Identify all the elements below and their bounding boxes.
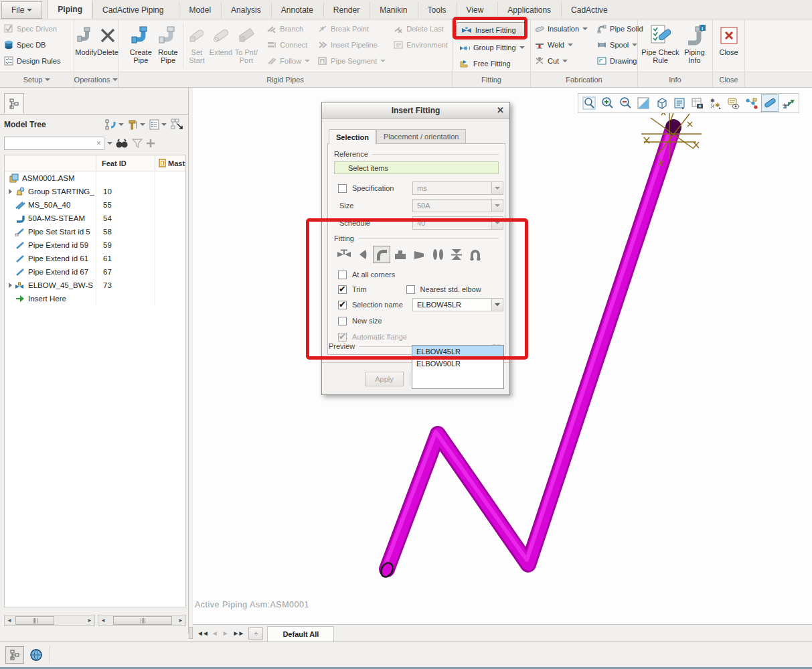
close-button[interactable]: Close — [716, 21, 742, 72]
browser-button[interactable] — [27, 646, 46, 664]
piping-info-button[interactable]: i Piping Info — [680, 21, 710, 72]
dialog-title-bar[interactable]: Insert Fitting ✕ — [322, 102, 509, 119]
delete-button[interactable]: Delete — [98, 21, 118, 72]
model-tree-panel-tab[interactable] — [4, 93, 24, 114]
tree-settings-button[interactable] — [128, 119, 145, 130]
tree-horizontal-scrollbar[interactable]: ◄ ► — [4, 615, 95, 626]
specification-dropdown[interactable]: ms — [412, 181, 503, 195]
annotation-display-button[interactable] — [725, 94, 742, 112]
branch-button[interactable]: Branch — [263, 21, 314, 37]
spec-db-button[interactable]: Spec DB — [0, 37, 74, 53]
to-pnt-port-button[interactable]: To Pnt/ Port — [233, 21, 259, 72]
fitting-type-elbow[interactable] — [373, 246, 390, 263]
first-view-icon[interactable]: ◄◄ — [197, 629, 208, 637]
toggle-model-tree-button[interactable] — [5, 646, 24, 664]
fitting-type-union[interactable] — [448, 246, 465, 263]
apply-button[interactable]: Apply — [365, 372, 404, 386]
new-size-checkbox[interactable] — [338, 317, 347, 325]
mast-column-header[interactable]: Mast — [155, 155, 185, 171]
tree-row-set-start[interactable]: Pipe Set Start id 5 58 — [5, 225, 185, 238]
named-views-button[interactable] — [653, 94, 670, 112]
size-dropdown[interactable]: 50A — [412, 199, 503, 212]
connect-button[interactable]: Connect — [263, 37, 314, 53]
spec-driven-button[interactable]: Spec Driven — [0, 21, 74, 37]
design-rules-button[interactable]: Design Rules — [0, 53, 74, 69]
spin-center-button[interactable] — [743, 94, 760, 112]
tab-manikin[interactable]: Manikin — [370, 1, 417, 19]
insulation-button[interactable]: Insulation — [531, 21, 592, 37]
insert-pipeline-button[interactable]: Insert Pipeline — [314, 37, 390, 53]
tree-row-extend-61[interactable]: Pipe Extend id 61 61 — [5, 252, 185, 265]
expand-arrow-icon[interactable] — [9, 283, 12, 288]
tree-row-extend-59[interactable]: Pipe Extend id 59 59 — [5, 238, 185, 252]
zoom-out-button[interactable] — [617, 94, 634, 112]
fitting-type-tee[interactable] — [392, 246, 409, 263]
environment-button[interactable]: Environment — [390, 37, 452, 53]
view-tab-default-all[interactable]: Default All — [267, 626, 334, 642]
nearest-std-elbow-checkbox[interactable] — [406, 285, 415, 294]
zoom-in-button[interactable] — [598, 94, 616, 112]
filter-funnel-icon[interactable] — [131, 138, 143, 149]
fitting-type-reducer[interactable] — [410, 246, 428, 263]
tab-cadactive-piping[interactable]: CadActive Piping — [92, 1, 173, 19]
add-view-tab-button[interactable]: + — [248, 627, 263, 640]
tab-piping[interactable]: Piping — [48, 0, 92, 19]
tab-cadactive[interactable]: CadActive — [561, 1, 618, 19]
tree-row-extend-67[interactable]: Pipe Extend id 67 67 — [5, 265, 185, 279]
activate-window-button[interactable] — [779, 94, 797, 112]
tree-filters-button[interactable] — [105, 119, 124, 130]
tab-file[interactable]: File — [1, 1, 42, 19]
cut-button[interactable]: Cut — [531, 53, 592, 69]
name-column-header[interactable] — [5, 155, 96, 171]
modify-button[interactable]: Modify — [74, 21, 98, 72]
create-pipe-button[interactable]: Create Pipe — [127, 21, 155, 72]
pipe-check-rule-button[interactable]: Pipe Check Rule — [641, 21, 680, 72]
scroll-right-icon[interactable]: ► — [85, 615, 94, 625]
refit-button[interactable] — [580, 94, 598, 112]
tab-selection[interactable]: Selection — [329, 129, 376, 145]
search-input[interactable]: × — [4, 137, 104, 150]
weld-button[interactable]: Weld — [531, 37, 592, 53]
tab-render[interactable]: Render — [323, 1, 370, 19]
tab-placement-orientation[interactable]: Placement / orientation — [376, 129, 467, 144]
find-binoculars-icon[interactable] — [115, 138, 129, 149]
select-items-collector[interactable]: Select items — [334, 161, 499, 174]
clear-search-icon[interactable]: × — [96, 139, 101, 148]
extend-button[interactable]: Extend — [208, 21, 233, 72]
next-view-icon[interactable]: ► — [222, 629, 229, 637]
display-style-button[interactable] — [671, 94, 688, 112]
fitting-type-coupling[interactable] — [429, 246, 446, 263]
scroll-left-icon[interactable]: ◄ — [5, 615, 14, 625]
tab-model[interactable]: Model — [179, 1, 221, 19]
at-all-corners-checkbox[interactable] — [338, 271, 347, 279]
trim-checkbox[interactable] — [338, 285, 347, 294]
datum-display-button[interactable]: ✱✱ — [707, 94, 724, 112]
search-history-dropdown[interactable] — [107, 142, 112, 145]
delete-last-button[interactable]: Delete Last — [390, 21, 452, 37]
dialog-close-icon[interactable]: ✕ — [497, 105, 504, 115]
group-fitting-button[interactable]: Group Fitting — [455, 40, 530, 56]
prev-view-icon[interactable]: ◄ — [212, 629, 218, 637]
operations-group-label[interactable]: Operations — [74, 72, 118, 87]
expand-arrow-icon[interactable] — [9, 189, 12, 194]
specification-checkbox[interactable] — [338, 184, 347, 193]
scroll-left-icon[interactable]: ◄ — [98, 615, 108, 625]
scroll-right-icon[interactable]: ► — [176, 615, 185, 625]
fitting-type-cap[interactable] — [354, 246, 372, 263]
add-filter-icon[interactable] — [146, 139, 155, 148]
break-point-button[interactable]: Break Point — [314, 21, 390, 37]
fitting-type-return-bend[interactable] — [467, 246, 484, 263]
tree-row-insert-here[interactable]: Insert Here — [5, 292, 185, 305]
tab-view[interactable]: View — [457, 1, 494, 19]
option-elbow45lr[interactable]: ELBOW45LR — [412, 346, 503, 358]
tree-row-steam[interactable]: 50A-MS-STEAM 54 — [5, 212, 185, 225]
feat-id-column-header[interactable]: Feat ID — [96, 155, 155, 171]
fitting-type-valve[interactable] — [335, 246, 353, 263]
tree-collapse-button[interactable] — [171, 119, 184, 130]
set-start-button[interactable]: Set Start — [185, 21, 208, 72]
selection-name-checkbox[interactable] — [338, 301, 347, 309]
columns-horizontal-scrollbar[interactable]: ◄ ► — [98, 615, 186, 626]
follow-button[interactable]: Follow — [263, 53, 314, 69]
tab-applications[interactable]: Applications — [497, 1, 561, 19]
route-pipe-button[interactable]: Route Pipe — [155, 21, 182, 72]
